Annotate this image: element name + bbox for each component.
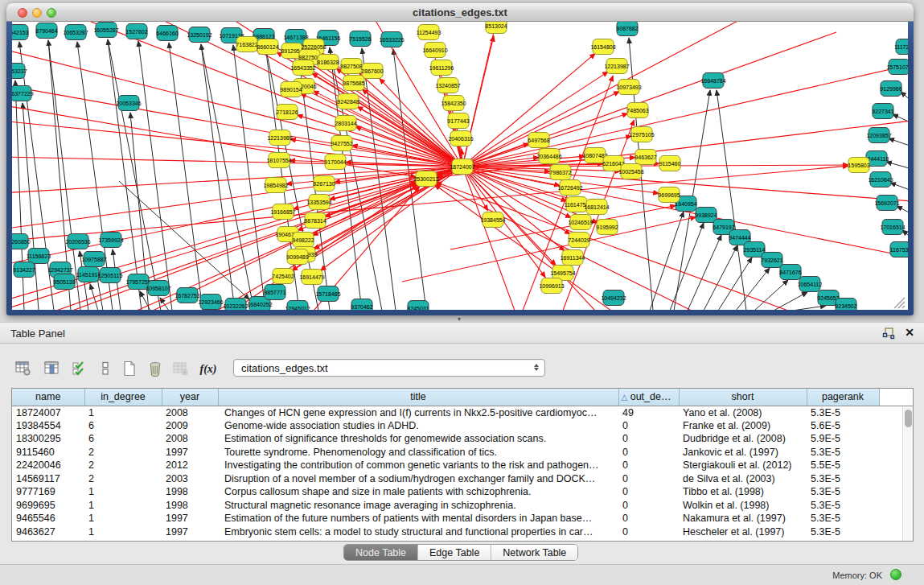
graph-node[interactable]: 16911344 [561, 250, 585, 266]
table-cell[interactable]: 6 [84, 432, 162, 446]
graph-node[interactable]: 12505115 [98, 268, 123, 283]
graph-node[interactable]: 12923466 [198, 295, 223, 310]
table-cell[interactable]: 5.5E-5 [807, 459, 879, 472]
table-cell[interactable]: 0 [618, 432, 679, 446]
column-header-pagerank[interactable]: pagerank [807, 389, 879, 406]
graph-node[interactable]: 9699695 [658, 187, 680, 203]
table-row[interactable]: 1830029562008Estimation of significance … [12, 432, 914, 446]
table-mode-button[interactable] [13, 359, 34, 380]
graph-node[interactable]: 10975887 [81, 252, 106, 267]
table-cell[interactable]: 0 [618, 525, 679, 539]
panel-splitter[interactable]: ▾ [0, 315, 924, 322]
graph-node[interactable]: 12975105 [629, 127, 654, 142]
graph-node[interactable]: 16640910 [422, 43, 447, 58]
column-header-in-degree[interactable]: in_degree [84, 389, 162, 406]
graph-node[interactable]: 7163822 [236, 37, 257, 52]
table-cell[interactable]: Embryonic stem cells: a model to study s… [218, 525, 618, 539]
graph-node[interactable]: 9857771 [264, 285, 285, 300]
graph-node[interactable]: 8245031 [407, 301, 429, 311]
graph-node[interactable]: 13250192 [187, 27, 211, 43]
table-cell[interactable]: 0 [618, 512, 679, 525]
graph-node[interactable]: 12093857 [866, 128, 891, 143]
table-cell[interactable]: 5.3E-5 [807, 499, 879, 513]
table-cell[interactable]: Tibbo et al. (1998) [679, 485, 807, 499]
graph-node[interactable]: 9875685 [343, 76, 364, 91]
table-cell[interactable]: 1997 [162, 525, 218, 539]
table-cell[interactable]: Structural magnetic resonance image aver… [218, 499, 618, 513]
table-cell[interactable]: de Silva et al. (2003) [679, 472, 807, 486]
graph-node[interactable]: 7244039 [568, 233, 589, 248]
table-cell[interactable]: Jankovic et al. (1997) [679, 446, 807, 459]
graph-node[interactable]: 16377229 [12, 86, 34, 101]
table-cell[interactable]: 9465546 [12, 512, 84, 525]
table-cell[interactable]: 1 [84, 525, 162, 539]
graph-node[interactable]: 9177443 [447, 113, 469, 129]
delete-table-button[interactable] [170, 359, 191, 380]
graph-node[interactable]: 8513024 [485, 22, 507, 34]
graph-node[interactable]: 13353594 [306, 195, 331, 210]
graph-node[interactable]: 16914479 [299, 270, 324, 285]
table-cell[interactable]: 6 [84, 419, 162, 433]
table-row[interactable]: 946362711997Embryonic stem cells: a mode… [12, 525, 914, 539]
float-panel-button[interactable] [882, 327, 895, 340]
graph-node[interactable]: 17359924 [98, 233, 123, 248]
table-cell[interactable]: 18300295 [12, 432, 84, 446]
table-cell[interactable]: 5.9E-5 [807, 432, 879, 446]
tab-node-table[interactable]: Node Table [344, 545, 417, 560]
graph-node[interactable]: 10973493 [616, 80, 641, 95]
graph-node[interactable]: 9195992 [596, 220, 618, 235]
graph-node[interactable]: 12945012 [285, 301, 310, 311]
table-cell[interactable]: 14569117 [12, 472, 84, 486]
table-row[interactable]: 1872400712008Changes of HCN gene express… [12, 406, 914, 419]
graph-node[interactable]: 15842350 [441, 96, 466, 111]
table-cell[interactable]: Wolkin et al. (1998) [679, 499, 807, 513]
graph-node[interactable]: 10246519 [568, 215, 593, 230]
graph-node[interactable]: 9938924 [695, 208, 717, 223]
table-cell[interactable]: Dudbridge et al. (2008) [679, 432, 807, 446]
graph-node[interactable]: 7485063 [626, 103, 648, 118]
table-row[interactable]: 1456911722003Disruption of a novel membe… [12, 472, 914, 486]
graph-node[interactable]: 16726492 [557, 180, 582, 196]
table-cell[interactable]: Estimation of the future numbers of pati… [218, 512, 618, 525]
column-header-title[interactable]: title [218, 389, 618, 406]
table-source-select[interactable]: citations_edges.txt [233, 359, 545, 377]
table-cell[interactable]: 0 [618, 446, 679, 459]
graph-node[interactable]: 10553237 [12, 64, 27, 79]
graph-node[interactable]: 9087682 [616, 22, 638, 36]
graph-node[interactable]: 2867600 [361, 64, 383, 79]
column-header-out-degree[interactable]: △ out_de… [618, 389, 679, 406]
graph-node[interactable]: 7515526 [349, 31, 371, 47]
table-cell[interactable]: 0 [618, 459, 679, 472]
graph-node[interactable]: 16782753 [175, 288, 199, 303]
table-cell[interactable]: 1997 [162, 512, 218, 525]
table-row[interactable]: 969969511998Structural magnetic resonanc… [12, 499, 914, 513]
graph-node[interactable]: 9242848 [337, 94, 359, 109]
table-cell[interactable]: 5.3E-5 [807, 512, 879, 525]
column-header-short[interactable]: short [679, 389, 807, 406]
table-cell[interactable]: Stergiakouli et al. (2012) [679, 459, 807, 472]
table-cell[interactable]: 0 [618, 419, 679, 433]
graph-node[interactable]: 7986372 [549, 165, 571, 180]
graph-node[interactable]: 16543352 [290, 60, 315, 76]
graph-node[interactable]: 12213987 [604, 59, 629, 74]
graph-node[interactable]: 19384554 [480, 212, 505, 228]
graph-node[interactable]: 16812414 [584, 200, 609, 215]
graph-node[interactable]: 7932621 [761, 253, 782, 268]
table-cell[interactable]: 5.3E-5 [807, 525, 879, 539]
table-cell[interactable]: 2 [84, 446, 162, 459]
graph-node[interactable]: 12213989 [267, 130, 292, 146]
table-scrollbar-thumb[interactable] [905, 410, 912, 427]
graph-node[interactable]: 16533226 [379, 32, 404, 47]
table-cell[interactable]: 9777169 [12, 485, 84, 499]
table-cell[interactable]: Investigating the contribution of common… [218, 459, 618, 472]
table-cell[interactable]: Franke et al. (2009) [679, 419, 807, 433]
graph-node[interactable]: 9129966 [880, 81, 901, 97]
table-cell[interactable]: 5.3E-5 [807, 472, 879, 486]
graph-node[interactable]: 8878314 [304, 213, 326, 229]
graph-node[interactable]: 19854982 [263, 178, 288, 193]
graph-node[interactable]: 7425402 [272, 269, 294, 284]
table-row[interactable]: 1938455462009Genome-wide association stu… [12, 419, 914, 433]
graph-node[interactable]: 9427552 [331, 136, 352, 151]
table-cell[interactable]: 1 [84, 485, 162, 499]
table-cell[interactable]: 0 [618, 472, 679, 486]
